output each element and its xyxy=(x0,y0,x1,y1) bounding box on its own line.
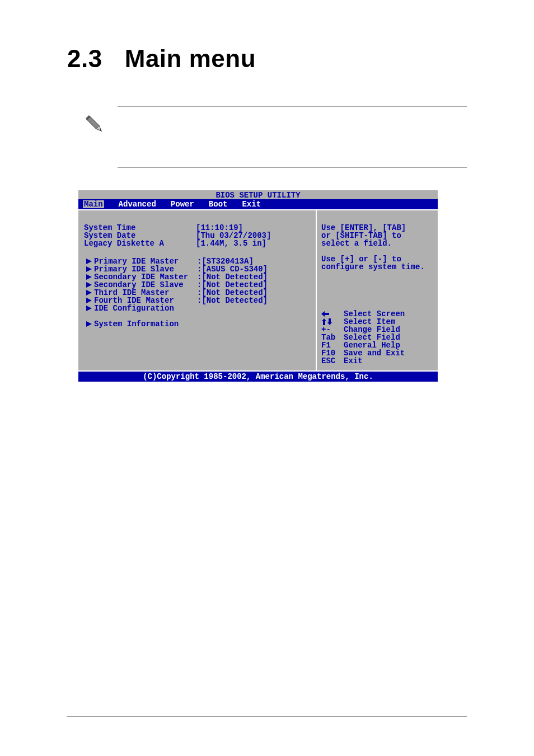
tab-exit[interactable]: Exit xyxy=(242,200,261,208)
tab-boot[interactable]: Boot xyxy=(209,200,228,208)
submenu-label: Secondary IDE Slave xyxy=(94,281,197,289)
tab-advanced[interactable]: Advanced xyxy=(119,200,156,208)
svg-marker-9 xyxy=(86,298,92,303)
svg-marker-4 xyxy=(86,259,92,264)
nav-label: Select Screen xyxy=(344,310,405,318)
nav-label: Select Field xyxy=(344,334,400,341)
nav-key: ESC xyxy=(321,357,339,365)
submenu-value: :[Not Detected] xyxy=(197,281,268,289)
svg-marker-13 xyxy=(322,318,326,325)
submenu-ide-configuration[interactable]: IDE Configuration xyxy=(84,304,310,312)
help-text: configure system time. xyxy=(321,263,433,271)
triangle-icon xyxy=(84,298,94,303)
submenu-label: Fourth IDE Master xyxy=(94,297,197,304)
submenu-value: :[Not Detected] xyxy=(197,289,268,297)
field-value: [11:10:19] xyxy=(196,224,243,232)
submenu-value: :[ST320413A] xyxy=(197,257,254,265)
page-heading: 2.3 Main menu xyxy=(67,45,467,73)
bios-title: BIOS SETUP UTILITY xyxy=(78,190,438,199)
submenu-secondary-ide-master[interactable]: Secondary IDE Master :[Not Detected] xyxy=(84,273,310,281)
bios-help-pane: Use [ENTER], [TAB] or [SHIFT-TAB] to sel… xyxy=(317,210,438,370)
submenu-fourth-ide-master[interactable]: Fourth IDE Master :[Not Detected] xyxy=(84,297,310,304)
submenu-secondary-ide-slave[interactable]: Secondary IDE Slave :[Not Detected] xyxy=(84,281,310,289)
help-text: Use [+] or [-] to xyxy=(321,255,433,263)
section-title: Main menu xyxy=(125,45,256,72)
field-value: [Thu 03/27/2003] xyxy=(196,232,271,240)
field-label: System Time xyxy=(84,224,196,232)
submenu-label: Secondary IDE Master xyxy=(94,273,197,281)
section-number: 2.3 xyxy=(67,45,118,73)
triangle-icon xyxy=(84,266,94,272)
help-text: Use [ENTER], [TAB] xyxy=(321,224,433,232)
svg-marker-10 xyxy=(86,306,92,311)
nav-key: Tab xyxy=(321,334,339,341)
submenu-label: Primary IDE Slave xyxy=(94,265,197,273)
triangle-icon xyxy=(84,306,94,311)
pencil-icon xyxy=(78,111,112,138)
submenu-primary-ide-slave[interactable]: Primary IDE Slave :[ASUS CD-S340] xyxy=(84,265,310,273)
bios-footer: (C)Copyright 1985-2002, American Megatre… xyxy=(78,372,438,382)
nav-key: F10 xyxy=(321,349,339,357)
triangle-icon xyxy=(84,274,94,280)
submenu-label: Third IDE Master xyxy=(94,289,197,297)
submenu-label: IDE Configuration xyxy=(94,304,197,312)
field-system-date[interactable]: System Date [Thu 03/27/2003] xyxy=(84,232,310,240)
submenu-label: Primary IDE Master xyxy=(94,257,197,265)
nav-label: Change Field xyxy=(344,326,400,334)
divider xyxy=(67,716,467,717)
help-text: or [SHIFT-TAB] to xyxy=(321,232,433,240)
field-value: [1.44M, 3.5 in] xyxy=(196,240,266,247)
submenu-value: :[Not Detected] xyxy=(197,273,268,281)
submenu-primary-ide-master[interactable]: Primary IDE Master :[ST320413A] xyxy=(84,257,310,265)
svg-marker-12 xyxy=(321,311,329,317)
nav-label: Save and Exit xyxy=(344,349,405,357)
svg-marker-5 xyxy=(86,266,92,272)
tab-power[interactable]: Power xyxy=(171,200,194,208)
triangle-icon xyxy=(84,259,94,264)
svg-marker-8 xyxy=(86,290,92,295)
submenu-value: :[Not Detected] xyxy=(197,297,268,304)
submenu-value: :[ASUS CD-S340] xyxy=(197,265,268,273)
bios-screenshot: BIOS SETUP UTILITY Main Advanced Power B… xyxy=(78,190,438,382)
svg-marker-14 xyxy=(327,318,332,325)
svg-marker-11 xyxy=(86,321,92,327)
arrow-left-icon xyxy=(321,311,339,317)
help-text: select a field. xyxy=(321,240,433,247)
submenu-system-information[interactable]: System Information xyxy=(84,320,310,328)
triangle-icon xyxy=(84,321,94,327)
svg-marker-7 xyxy=(86,282,92,288)
nav-label: General Help xyxy=(344,341,400,349)
nav-label: Select Item xyxy=(344,318,395,326)
note-block xyxy=(78,106,467,168)
submenu-third-ide-master[interactable]: Third IDE Master :[Not Detected] xyxy=(84,289,310,297)
field-label: Legacy Diskette A xyxy=(84,240,196,247)
field-system-time[interactable]: System Time [11:10:19] xyxy=(84,224,310,232)
triangle-icon xyxy=(84,290,94,295)
nav-legend: Select Screen Select Item +- C xyxy=(321,310,433,365)
tab-main[interactable]: Main xyxy=(83,200,104,208)
nav-key: F1 xyxy=(321,341,339,349)
field-legacy-diskette[interactable]: Legacy Diskette A [1.44M, 3.5 in] xyxy=(84,240,310,247)
nav-key: +- xyxy=(321,326,339,334)
arrow-up-down-icon xyxy=(321,318,339,325)
bios-left-pane: System Time [11:10:19] System Date [Thu … xyxy=(78,210,317,370)
submenu-label: System Information xyxy=(94,320,197,328)
triangle-icon xyxy=(84,282,94,288)
svg-marker-6 xyxy=(86,274,92,280)
field-label: System Date xyxy=(84,232,196,240)
nav-label: Exit xyxy=(344,357,363,365)
divider xyxy=(118,167,467,168)
bios-menu-bar: Main Advanced Power Boot Exit xyxy=(78,199,438,209)
